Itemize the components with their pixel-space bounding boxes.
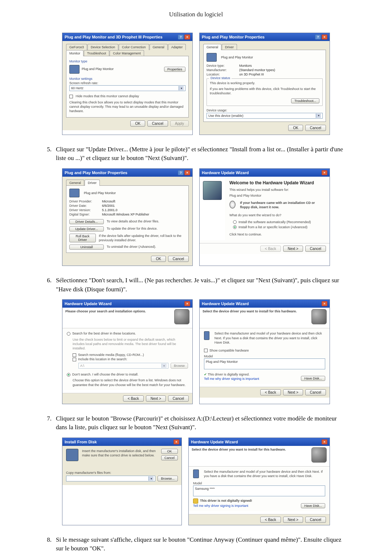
chk-compatible[interactable] [204,349,208,352]
device-usage-select[interactable]: Use this device (enable) ▾ [207,113,323,119]
next-button[interactable]: Next > [283,246,303,252]
wizard-icon [311,447,327,463]
close-icon[interactable]: × [322,170,327,175]
close-icon[interactable]: × [322,34,327,40]
hide-modes-checkbox[interactable] [69,95,73,98]
model-header: Model [204,354,325,358]
cancel-button[interactable]: Cancel [168,395,189,402]
uninstall-button[interactable]: Uninstall [69,245,104,250]
next-button[interactable]: Next > [146,395,166,402]
radio-search[interactable] [67,332,70,336]
radio-list[interactable] [233,225,237,229]
location-value: on 3D Prophet III [239,73,264,76]
tab-general[interactable]: General [66,180,84,186]
cancel-button[interactable]: Cancel [147,120,168,127]
close-icon[interactable]: × [322,301,327,306]
dialog-title: Plug and Play Monitor Properties [65,171,127,175]
chevron-down-icon: ▾ [316,114,321,118]
refresh-rate-select[interactable]: 60 Hertz ▾ [69,85,185,91]
ok-button[interactable]: OK [130,120,145,127]
tab-color-correction[interactable]: Color Correction [119,44,149,50]
cancel-button[interactable]: Cancel [305,517,326,523]
cancel-button[interactable]: Cancel [305,125,326,131]
tab-troubleshoot[interactable]: Troubleshoot [84,50,109,56]
tell-why-link[interactable]: Tell me why driver signing is important [193,504,252,508]
ok-button[interactable]: OK [161,449,178,454]
step-number: 5. [44,145,56,163]
step-text: Sélectionnez "Don't search, I will... (N… [56,276,348,294]
driver-details-button[interactable]: Driver Details... [69,219,104,224]
signed-text: This driver is digitally signed. [208,373,249,376]
location-input[interactable]: A:\▾ [78,363,168,369]
model-header: Model [193,481,325,485]
dialog-title: Plug and Play Monitor and 3D Prophet III… [65,35,163,39]
close-icon[interactable]: × [184,34,190,40]
chk-compatible-label: Show compatible hardware [209,349,249,352]
tab-general[interactable]: General [150,44,168,50]
tab-general[interactable]: General [203,44,221,50]
help-icon[interactable]: ? [178,170,184,175]
help-icon[interactable]: ? [178,34,184,40]
monitor-icon [204,331,209,340]
page-title: Utilisation du logiciel [44,11,348,18]
hardware-wizard-select-dialog: Hardware Update Wizard × Select the devi… [199,299,330,404]
cancel-button[interactable]: Cancel [168,256,189,262]
close-icon[interactable]: × [322,439,327,444]
tell-why-link[interactable]: Tell me why driver signing is important [204,377,259,381]
troubleshoot-button[interactable]: Troubleshoot... [291,98,319,103]
monitor-header: Plug and Play Monitor [221,56,253,59]
device-type-label: Device type: [207,64,239,67]
properties-button[interactable]: Properties [164,67,185,72]
monitor-icon [193,469,199,478]
tab-color-mgmt[interactable]: Color Management [110,50,144,56]
close-icon[interactable]: × [184,301,190,306]
screenshot-row-3: Hardware Update Wizard × Please choose y… [44,299,348,404]
update-driver-button[interactable]: Update Driver... [69,226,104,231]
cancel-button[interactable]: Cancel [161,455,178,460]
device-status-text2: If you are having problems with this dev… [210,87,319,95]
tab-adapter[interactable]: Adapter [168,44,186,50]
path-input[interactable]: ▾ [66,476,155,481]
digital-signer-value: Microsoft Windows XP Publisher [102,213,149,216]
dialog-title: Hardware Update Wizard [191,440,238,444]
close-icon[interactable]: × [184,170,190,175]
tab-geforce3[interactable]: GeForce3 [66,44,87,50]
model-list[interactable]: Samsung **** [193,485,325,496]
radio-dont-search[interactable] [67,373,70,377]
model-list[interactable]: Plug and Play Monitor [204,358,325,369]
browse-button[interactable]: Browse [171,363,188,369]
next-button[interactable]: Next > [283,517,303,523]
step-text: Si le message suivant s'affiche, cliquez… [56,535,348,553]
wizard-welcome-title: Welcome to the Hardware Update Wizard [229,180,325,185]
hide-modes-desc: Clearing this check box allows you to se… [69,100,185,113]
tab-driver[interactable]: Driver [222,44,237,50]
next-button[interactable]: Next > [283,389,303,395]
apply-button[interactable]: Apply [170,120,189,127]
cancel-button[interactable]: Cancel [305,389,326,395]
back-button[interactable]: < Back [260,389,281,395]
hardware-wizard-welcome-dialog: Hardware Update Wizard × Welcome to the … [199,168,330,266]
cancel-button[interactable]: Cancel [305,246,326,252]
back-button[interactable]: < Back [260,246,281,252]
close-icon[interactable]: × [173,439,179,444]
back-button[interactable]: < Back [123,395,144,402]
rollback-driver-button[interactable]: Roll Back Driver [69,234,96,242]
radio-auto[interactable] [233,220,237,224]
location-label: Location: [207,73,239,76]
have-disk-button[interactable]: Have Disk... [301,376,325,381]
browse-button[interactable]: Browse... [158,476,178,481]
tab-device-selection[interactable]: Device Selection [87,44,118,50]
chk-removable-label: Search removable media (floppy, CD-ROM..… [78,353,144,357]
help-icon[interactable]: ? [315,34,321,40]
chk-location[interactable] [73,358,76,361]
tab-driver[interactable]: Driver [85,180,100,186]
chk-removable[interactable] [73,353,76,357]
ok-button[interactable]: OK [151,256,166,262]
step-text: Cliquez sur "Update Driver... (Mettre à … [56,145,348,163]
wizard-continue: Click Next to continue. [229,232,325,237]
ok-button[interactable]: OK [288,125,303,131]
tab-monitor[interactable]: Monitor [66,50,83,56]
back-button[interactable]: < Back [260,517,281,523]
driver-version-label: Driver Version: [69,208,102,212]
have-disk-button[interactable]: Have Disk... [301,503,325,508]
